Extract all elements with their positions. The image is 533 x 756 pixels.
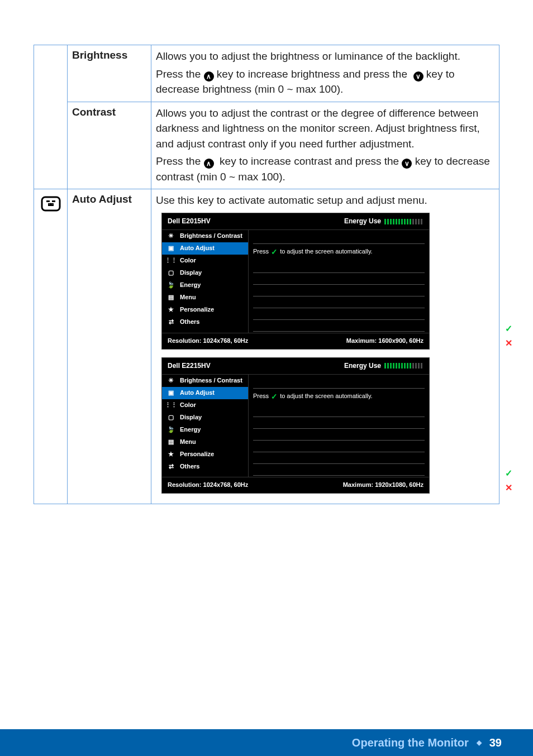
energy-icon: 🍃 [166,425,175,434]
display-icon: ▢ [166,269,175,277]
star-icon: ★ [166,450,175,459]
menu-icon: ▤ [166,438,175,447]
star-icon: ★ [166,305,175,314]
osd-item-label: Auto Adjust [180,244,215,253]
check-icon: ✓ [271,246,278,257]
energy-bar-icon [384,219,423,224]
brightness-icon: ☀ [166,376,175,385]
autoadjust-icon: ▣ [166,389,175,398]
osd-item-display[interactable]: ▢Display [162,267,248,279]
settings-table: Brightness Allows you to adjust the brig… [34,45,499,504]
osd-item-personalize[interactable]: ★Personalize [162,448,248,461]
autoadjust-desc: Use this key to activate automatic setup… [156,193,494,208]
osd-resolution: Resolution: 1024x768, 60Hz [168,481,248,490]
page-footer: Operating the Monitor ◆ 39 [0,729,533,756]
color-icon: ⋮⋮ [166,256,175,265]
osd-item-autoadjust[interactable]: ▣Auto Adjust [162,242,248,255]
osd-item-label: Brightness / Contrast [180,376,242,385]
color-icon: ⋮⋮ [166,401,175,410]
menu-icon: ▤ [166,293,175,302]
osd-item-menu[interactable]: ▤Menu [162,436,248,448]
osd-item-personalize[interactable]: ★Personalize [162,304,248,316]
osd-item-label: Brightness / Contrast [180,232,242,241]
osd-item-label: Display [180,269,202,277]
brightness-contrast-group-icon-cell [34,45,68,189]
contrast-press: Press the key to increase contrast and p… [156,154,494,184]
text: key to increase contrast and press the [217,155,402,167]
autoadjust-icon: ▣ [166,244,175,253]
osd-item-brightness[interactable]: ☀Brightness / Contrast [162,375,248,387]
down-key-icon [402,159,412,169]
osd-resolution: Resolution: 1024x768, 60Hz [168,337,248,346]
contrast-label-cell: Contrast [68,102,151,189]
osd-item-label: Personalize [180,305,214,314]
osd-content: Press ✓ to adjust the screen automatical… [249,375,429,477]
osd-item-label: Personalize [180,450,214,459]
check-icon: ✓ [271,391,278,402]
osd-close-button[interactable]: ✕ [502,481,515,494]
osd-down-button[interactable]: ∨ [502,452,515,465]
sliders-icon: ⇄ [166,318,175,327]
svg-text:+: + [49,202,53,208]
energy-use-label: Energy Use [344,361,381,371]
footer-title: Operating the Monitor [352,736,469,749]
osd-item-label: Auto Adjust [180,389,215,398]
sliders-icon: ⇄ [166,462,175,471]
osd-model: Dell E2015HV [168,217,211,226]
up-key-icon [204,71,214,82]
osd-item-energy[interactable]: 🍃Energy [162,424,248,436]
autoadjust-label-cell: Auto Adjust [68,189,151,504]
osd-item-energy[interactable]: 🍃Energy [162,279,248,291]
osd-item-label: Color [180,401,196,410]
osd-item-brightness[interactable]: ☀Brightness / Contrast [162,230,248,242]
osd-item-label: Color [180,256,196,265]
brightness-label: Brightness [72,49,127,61]
text: Press [253,247,269,256]
brightness-icon: ☀ [166,232,175,241]
osd-item-color[interactable]: ⋮⋮Color [162,255,248,267]
osd-ok-button[interactable]: ✓ [502,467,515,479]
osd-press-line: Press ✓ to adjust the screen automatical… [253,244,425,261]
brightness-press: Press the key to increase brightness and… [156,66,494,97]
brightness-desc-cell: Allows you to adjust the brightness or l… [151,45,499,102]
text: Press [253,392,269,401]
page-number: 39 [489,736,502,749]
up-key-icon [204,159,214,169]
contrast-desc: Allows you to adjust the contrast or the… [156,106,494,152]
osd-item-color[interactable]: ⋮⋮Color [162,399,248,412]
osd-content: Press ✓ to adjust the screen automatical… [249,230,429,332]
osd-up-button[interactable]: ∧ [502,438,515,450]
osd-screenshot-1: Dell E2015HV Energy Use ☀Brightness / Co… [161,213,494,350]
energy-bar-icon [384,363,423,369]
osd-side-buttons: ∧ ∨ ✓ ✕ [502,438,515,494]
osd-item-label: Energy [180,281,201,290]
osd-item-display[interactable]: ▢Display [162,412,248,424]
osd-menu: ☀Brightness / Contrast ▣Auto Adjust ⋮⋮Co… [162,375,249,477]
diamond-icon: ◆ [477,739,482,747]
osd-item-menu[interactable]: ▤Menu [162,291,248,304]
text: to adjust the screen automatically. [280,247,373,256]
osd-item-autoadjust[interactable]: ▣Auto Adjust [162,387,248,399]
osd-item-label: Energy [180,425,201,434]
osd-down-button[interactable]: ∨ [502,308,515,320]
osd-item-label: Display [180,413,202,422]
osd-item-others[interactable]: ⇄Others [162,461,248,473]
osd-ok-button[interactable]: ✓ [502,323,515,335]
autoadjust-desc-cell: Use this key to activate automatic setup… [151,189,499,504]
energy-use-label: Energy Use [344,217,381,226]
osd-item-label: Menu [180,293,196,302]
brightness-label-cell: Brightness [68,45,151,102]
text: Press the [156,68,204,80]
display-icon: ▢ [166,413,175,422]
energy-icon: 🍃 [166,281,175,290]
osd-model: Dell E2215HV [168,361,211,371]
osd-item-label: Others [180,462,199,471]
osd-up-button[interactable]: ∧ [502,294,515,306]
brightness-desc: Allows you to adjust the brightness or l… [156,49,494,64]
osd-item-others[interactable]: ⇄Others [162,316,248,328]
contrast-desc-cell: Allows you to adjust the contrast or the… [151,102,499,189]
autoadjust-icon-cell: + [34,189,68,504]
osd-close-button[interactable]: ✕ [502,337,515,350]
contrast-label: Contrast [72,106,116,118]
text: key to increase brightness and press the [214,68,411,80]
